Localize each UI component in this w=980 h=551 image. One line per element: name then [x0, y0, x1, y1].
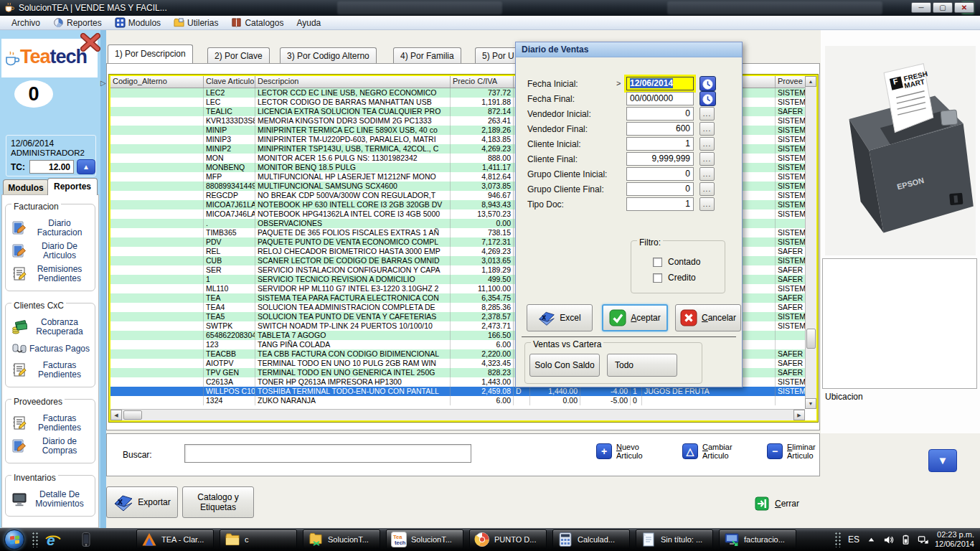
menu-item-reportes[interactable]: Reportes: [47, 17, 108, 29]
aceptar-button[interactable]: Aceptar: [602, 304, 668, 331]
tab-1-por-descripcion[interactable]: 1) Por Descripcion: [108, 44, 193, 63]
menu-item-ayuda[interactable]: Ayuda: [291, 17, 326, 29]
dialog-button-label: Excel: [560, 313, 580, 323]
scroll-right-button[interactable]: ▶: [793, 410, 805, 420]
tc-value-field[interactable]: 12.00: [29, 160, 74, 174]
todo-button[interactable]: Todo: [607, 354, 677, 377]
catalogo-etiquetas-button[interactable]: Catalogo y Etiquetas: [182, 486, 254, 518]
excel-button[interactable]: Excel: [527, 304, 593, 331]
minimize-icon[interactable]: ─: [911, 2, 931, 13]
taskbar-clock[interactable]: 02:23 p.m. 12/06/2014: [935, 530, 974, 549]
tab-4-por-familia[interactable]: 4) Por Familia: [393, 47, 461, 63]
taskbar-button-soluciont[interactable]: SolucionT...: [303, 529, 380, 550]
cell-codigo: [110, 321, 204, 331]
sidebar-item-facturas-pendientes[interactable]: Facturas Pendientes: [9, 361, 92, 380]
lookup-ellipsis-button[interactable]: ...: [699, 122, 715, 136]
scroll-left-button[interactable]: ◀: [110, 410, 122, 420]
nuevo-articulo-button[interactable]: +NuevoArticulo: [596, 443, 643, 460]
checkbox-contado[interactable]: Contado: [653, 257, 725, 267]
column-header-Precio C/IVA[interactable]: Precio C/IVA: [451, 76, 514, 88]
vertical-scrollbar[interactable]: ▲ ▼: [805, 76, 816, 409]
checkbox-credito[interactable]: Credito: [653, 273, 725, 283]
cell-desc: SOLUCION TEA PUNTO DE VENTA Y CAFETERIAS: [255, 312, 451, 321]
tab-2-por-clave[interactable]: 2) Por Clave: [207, 47, 270, 63]
sidebar-item-detalle-de-movimientos[interactable]: Detalle De Movimientos: [9, 490, 92, 509]
tab-3-por-codigo-alterno[interactable]: 3) Por Codigo Alterno: [280, 47, 377, 63]
dialog-field-input[interactable]: 12/06/2014: [626, 77, 694, 90]
lookup-ellipsis-button[interactable]: ...: [699, 167, 715, 181]
horizontal-scroll-thumb[interactable]: [123, 410, 142, 420]
language-indicator[interactable]: ES: [848, 534, 859, 545]
menu-item-modulos[interactable]: Modulos: [109, 17, 166, 29]
ie-icon[interactable]: e: [44, 531, 62, 548]
sidebar-item-cobranza-recuperada[interactable]: Cobranza Recuperada: [9, 318, 92, 336]
sidebar-tab-reportes[interactable]: Reportes: [47, 178, 98, 195]
sidebar-item-diario-de-compras[interactable]: Diario de Compras: [9, 437, 92, 456]
scroll-down-button[interactable]: ▼: [805, 398, 816, 409]
dialog-field-label: Vendedor Final:: [527, 124, 588, 134]
dialog-field-input[interactable]: 0: [626, 182, 694, 196]
sidebar-item-diario-de-articulos[interactable]: Diario De Articulos: [9, 242, 92, 260]
dialog-field-input[interactable]: 00/00/0000: [626, 92, 694, 105]
menu-item-archivo[interactable]: Archivo: [6, 17, 46, 29]
sidebar-item-facturas-pagos[interactable]: Facturas Pagos: [9, 341, 92, 357]
close-panel-icon[interactable]: [80, 33, 100, 52]
column-header-Descripcion[interactable]: Descripcion: [255, 76, 451, 88]
dialog-field-input[interactable]: 1: [626, 197, 694, 211]
lookup-ellipsis-button[interactable]: ...: [699, 107, 715, 121]
dialog-field-input[interactable]: 9,999,999: [626, 152, 694, 166]
table-row[interactable]: 1324ZUKO NARANJA6.000.00-5.000: [110, 396, 816, 405]
tray-expand-icon[interactable]: [866, 534, 877, 545]
sidebar-item-diario-facturacion[interactable]: Diario Facturacion: [9, 219, 92, 237]
solo-con-saldo-button[interactable]: Solo Con Saldo: [529, 354, 600, 377]
sidebar-item-remisiones-pendientes[interactable]: Remisiones Pendientes: [9, 265, 92, 283]
menu-item-utilerias[interactable]: Utilerias: [168, 17, 224, 29]
cerrar-button[interactable]: Cerrar: [755, 496, 799, 511]
taskbar-button-teaclar[interactable]: TEA - Clar...: [136, 529, 214, 550]
scroll-panel-down-button[interactable]: ▼: [928, 449, 957, 472]
taskbar-button-sinttulo[interactable]: Sin título: ...: [636, 529, 713, 550]
sidebar-group-facturacion: FacturacionDiario FacturacionDiario De A…: [5, 204, 95, 291]
taskbar-button-puntod[interactable]: PUNTO D...: [469, 529, 547, 550]
volume-icon[interactable]: [883, 534, 894, 545]
column-header-Clave Articulo[interactable]: Clave Articulo: [204, 76, 255, 88]
scroll-up-button[interactable]: ▲: [805, 76, 816, 87]
media-player-icon[interactable]: [77, 531, 95, 548]
vertical-scroll-thumb[interactable]: [806, 329, 816, 349]
checkbox-box[interactable]: [653, 273, 662, 283]
lookup-ellipsis-button[interactable]: ...: [699, 182, 715, 196]
maximize-icon[interactable]: ▢: [933, 2, 953, 13]
lookup-ellipsis-button[interactable]: ...: [699, 137, 715, 151]
battery-icon[interactable]: [900, 534, 911, 545]
sidebar-item-facturas-pendientes[interactable]: Facturas Pendientes: [9, 414, 92, 433]
horizontal-scrollbar[interactable]: ◀ ▶: [110, 409, 805, 420]
cancelar-button[interactable]: Cancelar: [675, 304, 741, 331]
column-header-Codigo_Alterno[interactable]: Codigo_Alterno: [110, 76, 204, 88]
checkbox-box[interactable]: [653, 258, 662, 267]
search-input[interactable]: [184, 444, 471, 463]
taskbar-button-facturacio[interactable]: facturacio...: [719, 529, 796, 550]
start-button[interactable]: [4, 529, 24, 550]
dialog-field-input[interactable]: 0: [626, 107, 694, 121]
taskbar-button-soluciont[interactable]: TeatechSolucionT...: [386, 529, 463, 550]
eliminar-articulo-button[interactable]: −EliminarArticulo: [767, 443, 816, 460]
record-button-label: NuevoArticulo: [616, 443, 643, 460]
tc-update-button[interactable]: ▲: [77, 159, 95, 174]
exportar-button[interactable]: Exportar: [106, 486, 178, 518]
calendar-button[interactable]: [699, 76, 716, 91]
cell-precio: 499.50: [451, 275, 514, 284]
dialog-field-input[interactable]: 600: [626, 122, 694, 136]
menu-item-catalogos[interactable]: Catalogos: [225, 17, 289, 29]
table-row[interactable]: WILLPOS C10TOSHIBA TERMINAL TODO-EN-UNO …: [110, 387, 816, 396]
cambiar-articulo-button[interactable]: △CambiarArticulo: [682, 443, 732, 460]
dialog-field-input[interactable]: 0: [626, 167, 694, 181]
lookup-ellipsis-button[interactable]: ...: [699, 197, 715, 211]
close-icon[interactable]: ✕: [954, 2, 974, 13]
dialog-field-input[interactable]: 1: [626, 137, 694, 151]
lookup-ellipsis-button[interactable]: ...: [699, 152, 715, 166]
calendar-button[interactable]: [699, 91, 716, 106]
taskbar-button-calculad[interactable]: Calculad...: [552, 529, 630, 550]
diario-de-ventas-dialog: Diario de Ventas Fecha Inicial:12/06/201…: [515, 42, 743, 387]
network-icon[interactable]: [918, 534, 928, 545]
taskbar-button-c[interactable]: c: [220, 529, 297, 550]
